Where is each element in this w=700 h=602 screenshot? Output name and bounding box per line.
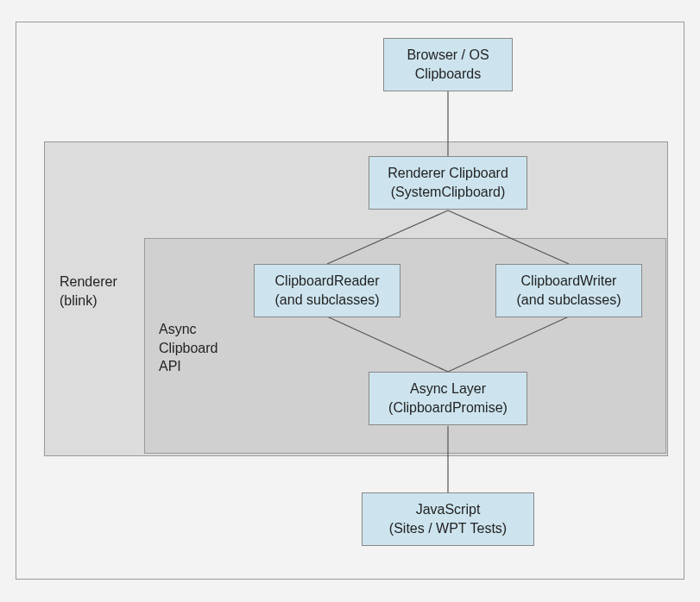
box-line1: ClipboardWriter [521, 272, 617, 291]
box-line2: (and subclasses) [275, 291, 380, 310]
box-javascript: JavaScript (Sites / WPT Tests) [362, 492, 534, 546]
box-line2: (SystemClipboard) [391, 183, 505, 202]
box-line1: Browser / OS [407, 46, 489, 65]
box-line2: (ClipboardPromise) [388, 398, 508, 417]
label-async-clipboard-api: Async Clipboard API [159, 320, 218, 376]
box-line2: (and subclasses) [517, 291, 621, 310]
box-clipboard-reader: ClipboardReader (and subclasses) [254, 264, 400, 317]
label-line1: Renderer [60, 273, 117, 292]
box-browser-os-clipboards: Browser / OS Clipboards [383, 38, 513, 91]
box-line1: ClipboardReader [275, 272, 380, 291]
box-async-layer: Async Layer (ClipboardPromise) [369, 372, 527, 425]
label-renderer-blink: Renderer (blink) [60, 273, 117, 310]
label-line2: Clipboard [159, 339, 218, 358]
label-line2: (blink) [60, 292, 117, 310]
box-line1: JavaScript [416, 500, 481, 519]
box-line1: Async Layer [410, 379, 486, 398]
box-line1: Renderer Clipboard [388, 164, 508, 183]
box-clipboard-writer: ClipboardWriter (and subclasses) [495, 264, 642, 317]
box-line2: (Sites / WPT Tests) [389, 519, 507, 538]
box-renderer-clipboard: Renderer Clipboard (SystemClipboard) [369, 156, 527, 210]
diagram-outer-container: Browser / OS Clipboards Renderer Clipboa… [16, 22, 684, 580]
box-line2: Clipboards [415, 65, 481, 84]
label-line3: API [159, 357, 218, 376]
label-line1: Async [159, 320, 218, 339]
